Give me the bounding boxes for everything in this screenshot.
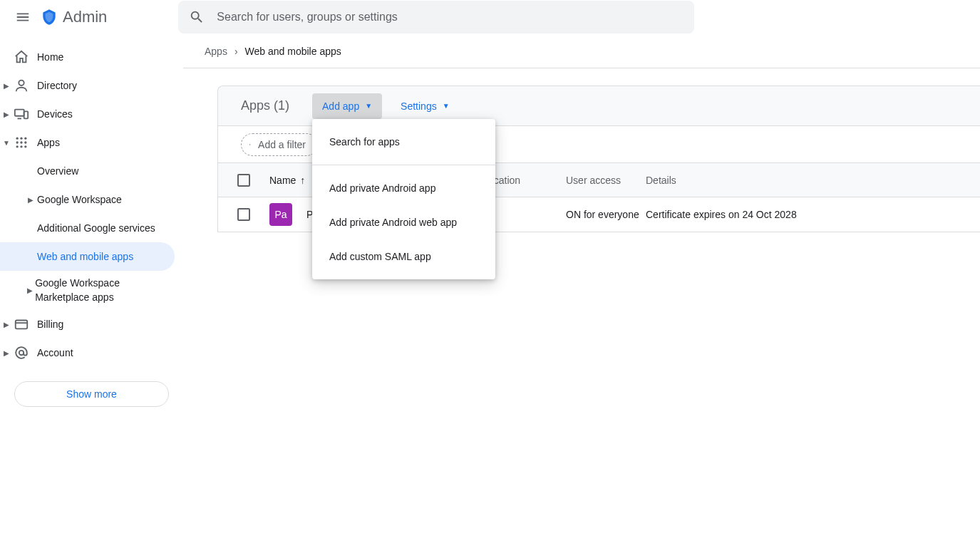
row-checkbox[interactable] (237, 208, 250, 221)
sidebar-item-overview[interactable]: Overview (0, 157, 175, 185)
svg-rect-12 (16, 321, 28, 329)
svg-point-11 (24, 145, 26, 148)
menu-add-android[interactable]: Add private Android app (312, 171, 495, 205)
col-details[interactable]: Details (646, 175, 980, 186)
svg-point-5 (24, 138, 26, 140)
sidebar-label: Overview (37, 165, 78, 177)
sort-asc-icon: ↑ (300, 175, 305, 186)
menu-add-saml[interactable]: Add custom SAML app (312, 239, 495, 274)
svg-point-8 (24, 141, 26, 143)
col-authentication[interactable]: ntication (483, 175, 566, 186)
sidebar-label: Web and mobile apps (37, 251, 133, 262)
plus-icon (249, 138, 251, 151)
svg-rect-2 (24, 111, 28, 118)
col-user-access[interactable]: User access (566, 175, 646, 186)
svg-point-4 (20, 138, 22, 140)
product-name: Admin (63, 8, 107, 26)
devices-icon (13, 105, 30, 123)
sidebar-item-marketplace[interactable]: ▶ Google Workspace Marketplace apps (0, 271, 175, 310)
expand-icon: ▶ (24, 286, 35, 294)
svg-rect-1 (15, 110, 24, 116)
sidebar-label: Google Workspace (37, 194, 122, 205)
sidebar-item-billing[interactable]: ▶ Billing (0, 310, 175, 338)
sidebar-item-home[interactable]: Home (0, 43, 175, 71)
add-app-label: Add app (322, 100, 359, 112)
sidebar-label: Apps (37, 137, 60, 148)
product-logo[interactable]: Admin (40, 8, 107, 26)
col-name-label: Name (269, 175, 296, 186)
breadcrumb: Apps › Web and mobile apps (183, 34, 980, 68)
sidebar-label: Devices (37, 108, 73, 120)
sidebar-item-additional-services[interactable]: Additional Google services (0, 214, 175, 242)
person-icon (13, 77, 30, 94)
show-more-label: Show more (66, 388, 117, 400)
at-icon (13, 344, 30, 361)
filter-label: Add a filter (258, 139, 306, 150)
expand-icon: ▶ (0, 110, 13, 118)
details-value: Certificate expires on 24 Oct 2028 (646, 209, 797, 220)
sidebar-label: Directory (37, 80, 77, 91)
expand-icon: ▶ (24, 196, 37, 204)
sidebar-item-google-workspace[interactable]: ▶ Google Workspace (0, 185, 175, 214)
sidebar-nav: Home ▶ Directory ▶ Devices ▼ Apps Overvi… (0, 34, 183, 538)
expand-icon: ▶ (0, 82, 13, 90)
card-title: Apps (1) (218, 98, 312, 113)
global-search[interactable] (178, 1, 694, 33)
svg-point-13 (19, 351, 24, 355)
show-more-button[interactable]: Show more (14, 381, 169, 407)
sidebar-label: Billing (37, 319, 63, 330)
card-icon (13, 316, 30, 333)
svg-point-0 (19, 81, 24, 86)
select-all-checkbox[interactable] (237, 174, 250, 187)
add-filter-button[interactable]: Add a filter (241, 133, 318, 156)
home-icon (13, 48, 30, 66)
chevron-right-icon: › (234, 46, 238, 57)
app-icon: Pa (269, 203, 292, 226)
add-app-button[interactable]: Add app ▼ (312, 93, 382, 119)
caret-down-icon: ▼ (443, 102, 450, 110)
sidebar-item-account[interactable]: ▶ Account (0, 338, 175, 367)
svg-point-6 (16, 141, 19, 143)
settings-label: Settings (401, 100, 437, 112)
sidebar-label: Account (37, 347, 73, 358)
settings-button[interactable]: Settings ▼ (391, 93, 460, 119)
sidebar-label: Additional Google services (37, 222, 155, 234)
sidebar-item-directory[interactable]: ▶ Directory (0, 71, 175, 100)
caret-down-icon: ▼ (365, 102, 372, 110)
svg-point-9 (16, 145, 19, 148)
hamburger-menu-button[interactable] (9, 3, 37, 31)
svg-point-10 (20, 145, 22, 148)
search-icon (182, 3, 211, 31)
sidebar-item-web-mobile-apps[interactable]: Web and mobile apps (0, 242, 175, 271)
svg-point-7 (20, 141, 22, 143)
menu-add-android-web[interactable]: Add private Android web app (312, 205, 495, 239)
sidebar-item-apps[interactable]: ▼ Apps (0, 128, 175, 157)
collapse-icon: ▼ (0, 139, 13, 147)
menu-icon (15, 9, 31, 25)
breadcrumb-current: Web and mobile apps (245, 46, 341, 57)
breadcrumb-apps[interactable]: Apps (205, 46, 227, 57)
sidebar-label: Home (37, 51, 63, 63)
expand-icon: ▶ (0, 349, 13, 357)
apps-icon (13, 134, 30, 151)
add-app-menu: Search for apps Add private Android app … (312, 119, 495, 279)
access-value: ON for everyone (566, 209, 639, 220)
menu-search-apps[interactable]: Search for apps (312, 125, 495, 159)
sidebar-item-devices[interactable]: ▶ Devices (0, 100, 175, 128)
admin-logo-icon (40, 8, 58, 26)
menu-separator (312, 165, 495, 165)
search-input[interactable] (215, 10, 690, 24)
expand-icon: ▶ (0, 321, 13, 329)
svg-point-3 (16, 138, 19, 140)
sidebar-label: Google Workspace Marketplace apps (35, 276, 175, 304)
